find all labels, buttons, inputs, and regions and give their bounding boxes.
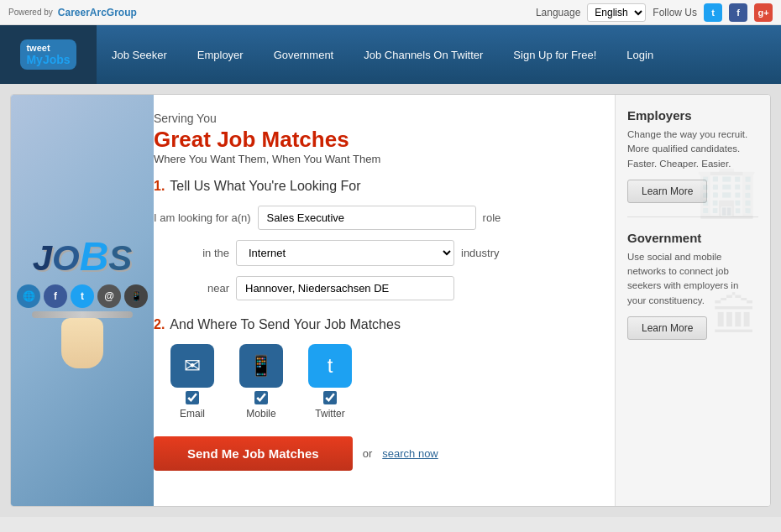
at-icon: @ [97,284,121,308]
role-suffix: role [483,211,501,224]
follow-label: Follow Us [653,7,697,18]
top-bar-right: Language English Follow Us t f g+ [536,3,773,22]
twitter-label: Twitter [315,408,344,420]
mobile-label: Mobile [246,408,275,420]
section1-num: 1. [154,179,165,193]
section2-title: 2.And Where To Send Your Job Matches [154,317,590,332]
powered-by-text: Powered by [8,8,53,17]
hero-text: Serving You Great Job Matches Where You … [154,112,590,165]
delivery-email: ✉ Email [170,344,214,420]
section2-num: 2. [154,317,165,331]
mobile-checkbox[interactable] [254,391,268,404]
location-row: near [154,276,590,300]
twitter-checkbox[interactable] [323,391,337,404]
hero-image: JOBS 🌐 f t @ 📱 [11,95,154,506]
looking-for-label: I am looking for a(n) [154,211,251,224]
phone-icon: 📱 [124,284,148,308]
delivery-section: 2.And Where To Send Your Job Matches ✉ E… [154,317,590,420]
logo-area[interactable]: tweet MyJobs [0,25,97,84]
main-container: JOBS 🌐 f t @ 📱 [10,94,771,507]
sidebar: Employers Change the way you recruit. Mo… [615,95,770,506]
mobile-delivery-icon: 📱 [239,344,283,388]
logo-tweet: tweet [26,43,50,53]
submit-area: Send Me Job Matches or search now [154,436,590,471]
industry-select[interactable]: Internet [236,240,454,266]
government-title: Government [627,231,758,245]
logo-box: tweet MyJobs [20,39,76,70]
main-wrapper: JOBS 🌐 f t @ 📱 [0,84,781,517]
government-learn-more-button[interactable]: Learn More [627,316,707,340]
sidebar-government: Government Use social and mobile network… [627,217,758,340]
nav-employer[interactable]: Employer [182,25,259,84]
hand-shape [61,318,103,368]
in-the-label: in the [154,247,229,259]
facebook-icon: f [44,284,67,308]
nav-job-seeker[interactable]: Job Seeker [97,25,182,84]
facebook-follow-button[interactable]: f [729,3,747,22]
delivery-mobile: 📱 Mobile [239,344,283,420]
branding: Powered by CareerArcGroup [8,7,137,18]
delivery-twitter: t Twitter [308,344,352,420]
delivery-options: ✉ Email 📱 Mobile t Twitter [170,344,590,420]
role-row: I am looking for a(n) role [154,206,590,230]
email-checkbox[interactable] [186,391,199,404]
googleplus-follow-button[interactable]: g+ [754,3,773,22]
government-watermark-icon: 🏛 [712,294,758,340]
serving-you-text: Serving You [154,112,590,125]
social-icons-row: 🌐 f t @ 📱 [17,284,148,308]
submit-button[interactable]: Send Me Job Matches [154,436,353,471]
section1-title: 1.Tell Us What You're Looking For [154,179,590,194]
jobs-title-text: JOBS [33,233,133,279]
or-text: or [363,447,373,460]
search-now-link[interactable]: search now [382,447,438,460]
employers-watermark-icon: 🏢 [695,166,758,216]
location-input[interactable] [236,276,454,300]
industry-suffix: industry [461,247,500,259]
globe-icon: 🌐 [17,284,40,308]
subheadline: Where You Want Them, When You Want Them [154,153,590,165]
email-label: Email [180,408,205,420]
near-label: near [154,282,229,295]
role-input[interactable] [258,206,476,230]
nav-government[interactable]: Government [259,25,349,84]
twitter-follow-button[interactable]: t [704,3,722,22]
nav-login[interactable]: Login [611,25,668,84]
sidebar-employers: Employers Change the way you recruit. Mo… [627,108,758,217]
great-matches-headline: Great Job Matches [154,127,590,153]
jobs-visual: JOBS 🌐 f t @ 📱 [17,233,148,368]
hero-background: JOBS 🌐 f t @ 📱 [11,95,154,506]
nav-signup[interactable]: Sign Up for Free! [498,25,611,84]
tray [32,311,133,318]
twitter-icon: t [71,284,94,308]
nav-job-channels-twitter[interactable]: Job Channels On Twitter [349,25,498,84]
content-area: JOBS 🌐 f t @ 📱 [11,95,615,506]
language-label: Language [536,7,580,18]
language-select[interactable]: English [587,3,646,22]
twitter-delivery-icon: t [308,344,352,388]
top-bar: Powered by CareerArcGroup Language Engli… [0,0,781,25]
industry-row: in the Internet industry [154,240,590,266]
main-nav: tweet MyJobs Job Seeker Employer Governm… [0,25,781,84]
email-delivery-icon: ✉ [170,344,214,388]
company-name: CareerArcGroup [58,7,137,18]
employers-title: Employers [627,108,758,123]
logo-myjobs: MyJobs [26,53,70,66]
nav-items: Job Seeker Employer Government Job Chann… [97,25,781,84]
